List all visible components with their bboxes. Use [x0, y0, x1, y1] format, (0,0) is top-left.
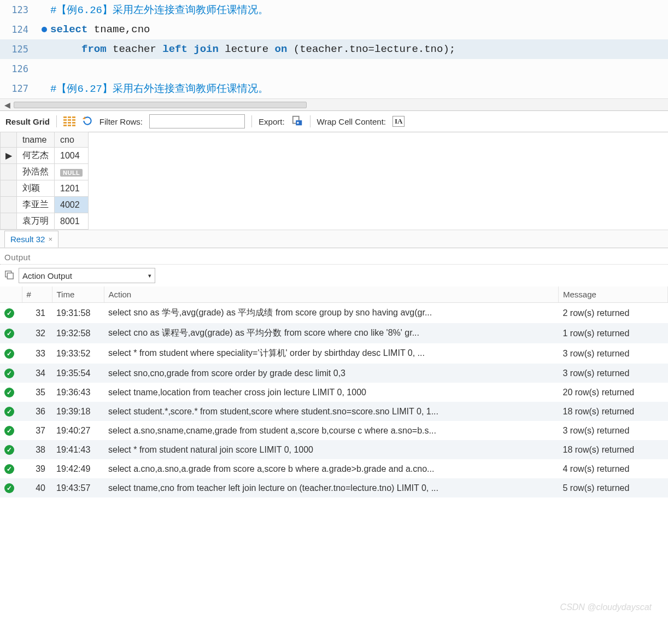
status-ok-icon [4, 483, 14, 493]
log-row[interactable]: 3219:32:58select cno as 课程号,avg(grade) a… [0, 323, 668, 343]
code-line[interactable]: 127#【例6.27】采用右外连接查询教师任课情况。 [0, 79, 668, 98]
code-line[interactable]: 124select tname,cno [0, 20, 668, 39]
null-badge: NULL [60, 169, 83, 177]
row-marker [1, 197, 17, 213]
log-action: select a.cno,a.sno,a.grade from score a,… [104, 459, 559, 478]
log-time: 19:35:54 [52, 364, 104, 383]
col-time[interactable]: Time [52, 286, 104, 303]
wrap-cell-icon[interactable]: IA [392, 116, 405, 127]
status-ok-icon [4, 329, 14, 338]
cell-cno[interactable]: 1201 [55, 180, 89, 197]
column-header[interactable]: tname [17, 132, 55, 148]
log-num: 37 [22, 421, 52, 440]
code-text[interactable]: #【例6.26】采用左外连接查询教师任课情况。 [50, 3, 268, 17]
cell-tname[interactable]: 李亚兰 [17, 197, 55, 213]
cell-cno[interactable]: 8001 [55, 213, 89, 230]
status-ok-icon [4, 426, 14, 436]
code-line[interactable]: 125 from teacher left join lecture on (t… [0, 39, 668, 59]
log-message: 18 row(s) returned [559, 440, 668, 459]
status-ok-icon [4, 407, 14, 417]
log-row[interactable]: 3819:41:43select * from student natural … [0, 440, 668, 459]
log-time: 19:32:58 [52, 323, 104, 343]
log-num: 38 [22, 440, 52, 459]
log-time: 19:40:27 [52, 421, 104, 440]
close-icon[interactable]: × [48, 235, 52, 243]
action-output-log[interactable]: #TimeActionMessage3119:31:58select sno a… [0, 286, 668, 497]
log-num: 34 [22, 364, 52, 383]
log-message: 3 row(s) returned [559, 421, 668, 440]
log-row[interactable]: 3519:36:43select tname,location from tea… [0, 383, 668, 402]
log-row[interactable]: 3919:42:49select a.cno,a.sno,a.grade fro… [0, 459, 668, 478]
output-stack-icon[interactable] [4, 270, 14, 282]
result-grid-view-icon[interactable] [63, 116, 75, 126]
export-icon[interactable] [291, 115, 303, 128]
table-row[interactable]: 孙浩然NULL [1, 164, 89, 180]
table-row[interactable]: ▶何艺杰1004 [1, 148, 89, 164]
separator [251, 115, 252, 127]
filter-rows-input[interactable] [149, 114, 245, 128]
result-tab[interactable]: Result 32 × [4, 231, 58, 248]
result-grid[interactable]: tnamecno▶何艺杰1004孙浩然NULL刘颖1201李亚兰4002袁万明8… [0, 132, 89, 230]
breakpoint-icon[interactable] [42, 27, 47, 32]
table-row[interactable]: 李亚兰4002 [1, 197, 89, 213]
log-row[interactable]: 3119:31:58select sno as 学号,avg(grade) as… [0, 303, 668, 324]
col-num[interactable]: # [22, 286, 52, 303]
scroll-track[interactable] [14, 101, 665, 109]
log-row[interactable]: 3419:35:54select sno,cno,grade from scor… [0, 364, 668, 383]
code-line[interactable]: 126 [0, 59, 668, 79]
filter-rows-label: Filter Rows: [99, 117, 143, 126]
breakpoint-gutter[interactable] [38, 27, 50, 32]
log-row[interactable]: 3319:33:52select * from student where sp… [0, 343, 668, 364]
scroll-left-icon[interactable]: ◀ [4, 101, 10, 109]
log-row[interactable]: 3619:39:18select student.*,score.* from … [0, 402, 668, 421]
output-select-value: Action Output [22, 271, 72, 280]
sql-editor[interactable]: 123#【例6.26】采用左外连接查询教师任课情况。124select tnam… [0, 0, 668, 98]
export-label: Export: [259, 117, 285, 126]
log-action: select tname,location from teacher cross… [104, 383, 559, 402]
scroll-thumb[interactable] [14, 102, 307, 108]
status-ok-icon [4, 445, 14, 455]
refresh-icon[interactable] [82, 115, 93, 128]
log-num: 35 [22, 383, 52, 402]
log-num: 31 [22, 303, 52, 324]
line-number: 127 [0, 83, 38, 94]
result-grid-label: Result Grid [5, 117, 50, 126]
code-text[interactable]: #【例6.27】采用右外连接查询教师任课情况。 [50, 81, 268, 96]
col-message[interactable]: Message [559, 286, 668, 303]
log-num: 33 [22, 343, 52, 364]
cell-tname[interactable]: 何艺杰 [17, 148, 55, 164]
table-row[interactable]: 刘颖1201 [1, 180, 89, 197]
status-ok-icon [4, 368, 14, 378]
log-action: select sno,cno,grade from score order by… [104, 364, 559, 383]
output-type-select[interactable]: Action Output ▾ [19, 268, 155, 283]
result-toolbar: Result Grid Filter Rows: Export: Wrap Ce… [0, 110, 668, 132]
log-time: 19:36:43 [52, 383, 104, 402]
log-message: 5 row(s) returned [559, 478, 668, 497]
col-action[interactable]: Action [104, 286, 559, 303]
log-row[interactable]: 4019:43:57select tname,cno from teacher … [0, 478, 668, 497]
col-status [0, 286, 22, 303]
cell-cno[interactable]: 1004 [55, 148, 89, 164]
wrap-label: Wrap Cell Content: [317, 117, 386, 126]
code-text[interactable]: select tname,cno [50, 24, 150, 36]
table-row[interactable]: 袁万明8001 [1, 213, 89, 230]
cell-tname[interactable]: 刘颖 [17, 180, 55, 197]
code-text[interactable]: from teacher left join lecture on (teach… [50, 43, 455, 55]
status-ok-icon [4, 464, 14, 474]
cell-cno[interactable]: 4002 [55, 197, 89, 213]
status-ok-icon [4, 308, 14, 318]
status-ok-icon [4, 388, 14, 397]
cell-tname[interactable]: 孙浩然 [17, 164, 55, 180]
log-action: select a.sno,sname,cname,grade from stud… [104, 421, 559, 440]
log-time: 19:39:18 [52, 402, 104, 421]
column-header[interactable]: cno [55, 132, 89, 148]
cell-cno[interactable]: NULL [55, 164, 89, 180]
log-row[interactable]: 3719:40:27select a.sno,sname,cname,grade… [0, 421, 668, 440]
line-number: 123 [0, 4, 38, 15]
log-message: 1 row(s) returned [559, 323, 668, 343]
cell-tname[interactable]: 袁万明 [17, 213, 55, 230]
code-line[interactable]: 123#【例6.26】采用左外连接查询教师任课情况。 [0, 0, 668, 20]
editor-h-scrollbar[interactable]: ◀ [0, 98, 668, 110]
log-action: select sno as 学号,avg(grade) as 平均成绩 from… [104, 303, 559, 324]
log-message: 2 row(s) returned [559, 303, 668, 324]
